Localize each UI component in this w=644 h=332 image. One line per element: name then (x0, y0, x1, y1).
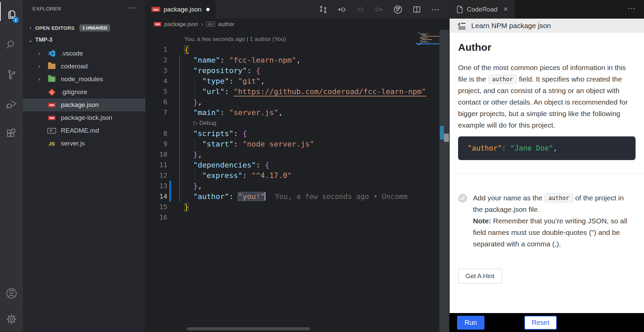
run-debug-activity-button[interactable] (0, 89, 23, 119)
collapse-panel-icon[interactable] (457, 21, 467, 30)
token-punc: : (247, 66, 256, 75)
code-text: { (184, 44, 189, 55)
minimap-line (422, 35, 428, 36)
gear-icon (6, 313, 17, 325)
tree-item-package-json[interactable]: npmpackage.json (23, 98, 145, 111)
js-icon: JS (47, 139, 56, 148)
file-label: .vscode (61, 50, 83, 57)
code-line-2: 2 "name": "fcc-learn-npm", (145, 55, 450, 65)
task-text: Add your name as the author of the proje… (473, 192, 633, 250)
code-text: "start": "node server.js" (184, 139, 314, 149)
vscode-icon (47, 49, 56, 58)
settings-button[interactable] (0, 306, 23, 332)
search-icon (6, 39, 17, 50)
tree-item-package-lock-json[interactable]: npmpackage-lock.json (23, 111, 145, 124)
codelens-text[interactable]: You, a few seconds ago | 1 author (You) (184, 34, 286, 44)
code-line-12: 12 "express": "^4.17.0" (145, 170, 450, 181)
explorer-activity-button[interactable]: 1 (0, 0, 23, 30)
task-check-icon (458, 194, 467, 203)
token-link: "https://github.com/coderoad/fcc-learn-n… (234, 87, 426, 96)
folder-orange-icon (47, 62, 56, 70)
editor-tab-bar: npm package.json (145, 0, 450, 19)
code-text: }, (184, 149, 202, 160)
tree-item-node-modules[interactable]: ›⬡node_modules (23, 73, 145, 86)
code-editor[interactable]: You, a few seconds ago | 1 author (You)1… (145, 30, 450, 332)
folder-green-icon: ⬡ (47, 75, 56, 83)
code-text: "repository": { (184, 65, 260, 76)
code-text: "dependencies": { (184, 160, 269, 170)
chevron-right-icon: › (35, 50, 43, 57)
navigate-forward-icon[interactable] (375, 5, 383, 14)
minimap-line (420, 39, 425, 39)
line-number: 9 (145, 139, 172, 149)
last-edit-location-icon[interactable] (356, 5, 364, 14)
codelens-text[interactable]: ▷ Debug (193, 118, 216, 128)
editor-more-actions-icon[interactable]: ⋯ (431, 8, 439, 11)
compare-changes-icon[interactable] (319, 5, 327, 14)
token-punc: , (198, 98, 202, 106)
token-sp (184, 129, 193, 138)
tree-item-server-js[interactable]: JSserver.js (23, 137, 145, 150)
tree-item--gitignore[interactable]: .gitignore (23, 86, 145, 98)
search-activity-button[interactable] (0, 30, 23, 60)
token-sp (184, 77, 202, 85)
split-editor-icon[interactable] (413, 5, 421, 14)
file-icon (456, 5, 463, 14)
tree-item-readme-md[interactable]: M↓README.md (23, 124, 145, 137)
workspace-root-item[interactable]: ⌄ TMP-3 (23, 34, 145, 46)
line-number: 2 (145, 55, 172, 65)
explorer-more-actions-icon[interactable]: ⋯ (128, 3, 135, 12)
npm-red-box: npm (48, 116, 55, 120)
file-label: server.js (61, 140, 85, 147)
folder-shape (48, 64, 55, 69)
line-number: 8 (145, 128, 172, 139)
open-editors-section[interactable]: › OPEN EDITORS 1 UNSAVED (23, 22, 145, 34)
run-tutorial-icon[interactable] (393, 5, 402, 14)
coderoad-panel: CodeRoad ✕ ⋯ Learn NPM package json Auth… (450, 0, 644, 332)
minimap[interactable] (418, 32, 439, 47)
activity-bar: 1 (0, 0, 23, 332)
code-text: "express": "^4.17.0" (184, 170, 292, 181)
vertical-scrollbar[interactable] (439, 30, 449, 332)
tab-coderoad[interactable]: CodeRoad ✕ (450, 0, 515, 19)
folder-shape: ⬡ (48, 76, 55, 82)
token-str: "git" (238, 77, 260, 85)
token-b2: } (193, 182, 198, 190)
tutorial-content: Author One of the most common pieces of … (450, 33, 644, 313)
unsaved-dot-icon[interactable] (206, 8, 210, 11)
codelens-row: ▷ Debug (145, 118, 450, 128)
token-sp (184, 108, 193, 117)
extensions-activity-button[interactable] (0, 119, 23, 149)
panel-more-actions-icon[interactable]: ⋯ (628, 4, 635, 13)
run-button[interactable]: Run (457, 316, 484, 330)
source-control-activity-button[interactable] (0, 60, 23, 89)
reset-button[interactable]: Reset (524, 316, 557, 330)
file-label: node_modules (61, 75, 103, 83)
md-icon: M↓ (47, 127, 56, 135)
tree-item--vscode[interactable]: ›.vscode (23, 47, 145, 60)
breadcrumb-file[interactable]: package.json (164, 21, 198, 28)
close-icon[interactable]: ✕ (503, 6, 508, 13)
breadcrumb-separator-icon: › (201, 21, 203, 28)
line-number: 7 (145, 107, 172, 118)
tree-item-coderoad[interactable]: ›coderoad (23, 60, 145, 73)
minimap-line (420, 34, 426, 35)
breadcrumb-symbol[interactable]: author (218, 21, 234, 28)
navigate-back-icon[interactable] (338, 5, 346, 14)
code-text: "scripts": { (184, 128, 247, 139)
editor-actions: ⋯ (319, 0, 439, 19)
tab-package-json[interactable]: npm package.json (145, 0, 216, 19)
get-hint-button[interactable]: Get A Hint (458, 269, 502, 284)
token-b2: } (193, 98, 198, 106)
token-punc: : (229, 77, 238, 85)
token-punc: , (260, 77, 265, 85)
gutter (145, 34, 172, 44)
token-punc: : (234, 140, 243, 148)
file-label: README.md (61, 127, 99, 134)
chevron-down-icon: ⌄ (27, 37, 34, 44)
token-sp (184, 161, 193, 169)
accounts-button[interactable] (0, 281, 23, 306)
token-sp (184, 192, 193, 201)
token-punc: : (234, 129, 243, 138)
horizontal-scrollbar[interactable] (187, 327, 310, 330)
